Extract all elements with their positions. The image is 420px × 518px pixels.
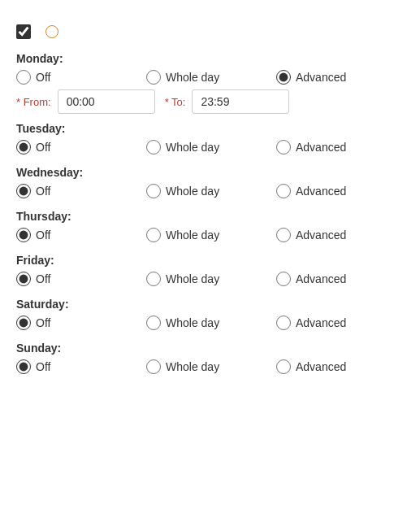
radio-label-monday-off: Off [36,71,50,84]
day-section-wednesday: Wednesday:OffWhole dayAdvanced [16,166,404,207]
info-icon[interactable] [45,25,58,38]
day-label-thursday: Thursday: [16,210,404,223]
radio-option-thursday-off[interactable]: Off [16,228,146,242]
radio-label-tuesday-off: Off [36,141,50,154]
radio-row-sunday: OffWhole dayAdvanced [16,359,404,374]
radio-row-saturday: OffWhole dayAdvanced [16,316,404,330]
radio-option-friday-advanced[interactable]: Advanced [276,272,390,286]
radio-option-sunday-whole_day[interactable]: Whole day [146,359,276,374]
radio-input-wednesday-off[interactable] [16,184,31,198]
day-section-friday: Friday:OffWhole dayAdvanced [16,254,404,294]
from-time-input[interactable] [58,89,155,114]
radio-input-tuesday-whole_day[interactable] [146,140,161,155]
radio-option-saturday-whole_day[interactable]: Whole day [146,316,276,330]
radio-row-monday: OffWhole dayAdvanced [16,70,404,85]
radio-option-saturday-advanced[interactable]: Advanced [276,316,390,330]
radio-input-monday-off[interactable] [16,70,31,85]
radio-option-wednesday-advanced[interactable]: Advanced [276,184,390,198]
radio-input-tuesday-advanced[interactable] [276,140,291,155]
day-label-friday: Friday: [16,254,404,267]
day-section-sunday: Sunday:OffWhole dayAdvanced [16,342,404,382]
radio-option-wednesday-off[interactable]: Off [16,184,146,198]
day-section-thursday: Thursday:OffWhole dayAdvanced [16,210,404,250]
day-label-monday: Monday: [16,52,404,65]
from-label: * From: [16,96,51,108]
radio-label-sunday-advanced: Advanced [296,360,346,373]
radio-input-friday-whole_day[interactable] [146,272,161,286]
radio-option-monday-advanced[interactable]: Advanced [276,70,390,85]
radio-input-thursday-whole_day[interactable] [146,228,161,242]
radio-row-friday: OffWhole dayAdvanced [16,272,404,286]
radio-input-tuesday-off[interactable] [16,140,31,155]
radio-input-monday-advanced[interactable] [276,70,291,85]
day-label-sunday: Sunday: [16,342,404,355]
day-label-saturday: Saturday: [16,298,404,311]
radio-input-thursday-advanced[interactable] [276,228,291,242]
day-label-tuesday: Tuesday: [16,122,404,135]
radio-input-saturday-whole_day[interactable] [146,316,161,330]
radio-label-monday-advanced: Advanced [296,71,346,84]
radio-label-tuesday-whole_day: Whole day [166,141,219,154]
to-time-input[interactable] [192,89,289,114]
to-label: * To: [165,96,186,108]
radio-label-wednesday-off: Off [36,185,50,198]
radio-row-wednesday: OffWhole dayAdvanced [16,184,404,198]
radio-input-monday-whole_day[interactable] [146,70,161,85]
radio-input-saturday-advanced[interactable] [276,316,291,330]
time-row-monday: * From:* To: [16,89,404,114]
from-field-group: * From: [16,89,155,114]
radio-option-tuesday-whole_day[interactable]: Whole day [146,140,276,155]
radio-option-wednesday-whole_day[interactable]: Whole day [146,184,276,198]
radio-label-sunday-whole_day: Whole day [166,360,219,373]
radio-input-wednesday-advanced[interactable] [276,184,291,198]
radio-input-saturday-off[interactable] [16,316,31,330]
radio-option-thursday-whole_day[interactable]: Whole day [146,228,276,242]
radio-label-wednesday-whole_day: Whole day [166,185,219,198]
radio-option-friday-off[interactable]: Off [16,272,146,286]
radio-option-saturday-off[interactable]: Off [16,316,146,330]
day-section-monday: Monday:OffWhole dayAdvanced* From:* To: [16,52,404,114]
day-section-saturday: Saturday:OffWhole dayAdvanced [16,298,404,338]
radio-label-saturday-off: Off [36,316,50,329]
radio-input-wednesday-whole_day[interactable] [146,184,161,198]
radio-option-tuesday-off[interactable]: Off [16,140,146,155]
radio-option-sunday-off[interactable]: Off [16,359,146,374]
radio-label-monday-whole_day: Whole day [166,71,219,84]
radio-input-sunday-off[interactable] [16,359,31,374]
radio-label-saturday-advanced: Advanced [296,316,346,329]
radio-option-monday-whole_day[interactable]: Whole day [146,70,276,85]
radio-label-friday-whole_day: Whole day [166,272,219,285]
radio-label-saturday-whole_day: Whole day [166,316,219,329]
radio-row-thursday: OffWhole dayAdvanced [16,228,404,242]
radio-input-thursday-off[interactable] [16,228,31,242]
radio-option-monday-off[interactable]: Off [16,70,146,85]
radio-input-friday-advanced[interactable] [276,272,291,286]
radio-option-tuesday-advanced[interactable]: Advanced [276,140,390,155]
radio-input-sunday-whole_day[interactable] [146,359,161,374]
radio-label-wednesday-advanced: Advanced [296,185,346,198]
radio-label-thursday-advanced: Advanced [296,229,346,242]
radio-option-friday-whole_day[interactable]: Whole day [146,272,276,286]
radio-label-thursday-whole_day: Whole day [166,229,219,242]
radio-label-thursday-off: Off [36,229,50,242]
time-limits-checkbox[interactable] [16,24,31,39]
radio-label-friday-off: Off [36,272,50,285]
to-field-group: * To: [165,89,290,114]
radio-row-tuesday: OffWhole dayAdvanced [16,140,404,155]
radio-label-tuesday-advanced: Advanced [296,141,346,154]
radio-input-sunday-advanced[interactable] [276,359,291,374]
radio-label-sunday-off: Off [36,360,50,373]
radio-option-thursday-advanced[interactable]: Advanced [276,228,390,242]
radio-option-sunday-advanced[interactable]: Advanced [276,359,390,374]
day-section-tuesday: Tuesday:OffWhole dayAdvanced [16,122,404,163]
radio-input-friday-off[interactable] [16,272,31,286]
day-label-wednesday: Wednesday: [16,166,404,179]
radio-label-friday-advanced: Advanced [296,272,346,285]
